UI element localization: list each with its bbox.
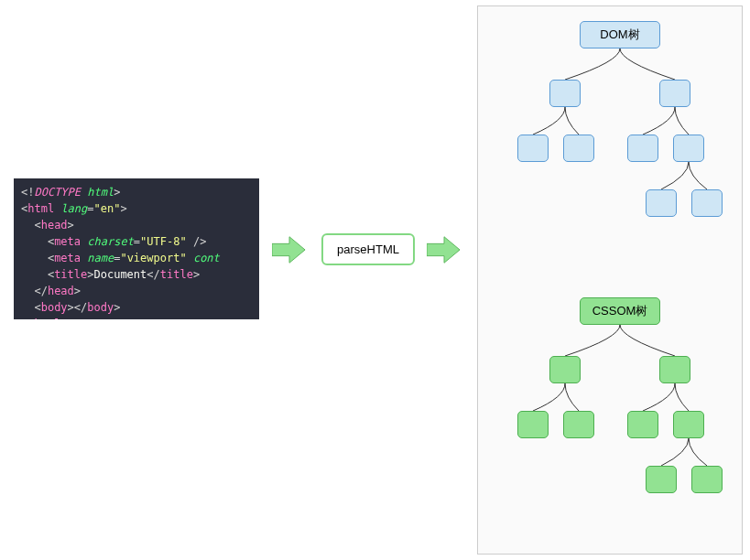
html-tag: html [27, 202, 54, 215]
title-tag-open: title [54, 268, 87, 281]
cssom-node [627, 411, 658, 438]
code-block: <!DOCTYPE html> <html lang="en"> <head> … [14, 178, 259, 319]
dom-node [691, 189, 723, 217]
dom-node [627, 135, 658, 162]
cssom-node [646, 466, 677, 493]
lang-val: "en" [94, 202, 121, 215]
html-close: html [34, 318, 60, 319]
cssom-node [673, 411, 704, 438]
body-open: body [41, 301, 68, 314]
head-tag: head [41, 219, 68, 232]
cssom-node [563, 411, 594, 438]
name-attr: name [87, 252, 114, 264]
dom-node [517, 135, 549, 162]
cssom-node [517, 411, 549, 438]
head-close: head [48, 285, 74, 297]
arrow-icon-2 [427, 234, 462, 265]
title-text: Document [94, 268, 147, 281]
meta-tag-1: meta [54, 235, 81, 248]
doctype-html: html [87, 186, 114, 199]
dom-node [646, 189, 677, 217]
dom-node [673, 135, 704, 162]
cont-attr: cont [193, 252, 220, 264]
cssom-node [659, 356, 690, 383]
trees-container: DOM树 CSSOM树 [477, 5, 743, 555]
dom-tree-label: DOM树 [580, 21, 660, 48]
parse-html-label: parseHTML [337, 242, 399, 256]
body-close: body [87, 301, 114, 314]
arrow-icon-1 [272, 234, 307, 265]
charset-attr: charset [87, 235, 134, 248]
charset-val: "UTF-8" [140, 235, 187, 248]
title-tag-close: title [160, 268, 193, 281]
cssom-node [549, 356, 581, 383]
doctype-keyword: DOCTYPE [34, 186, 81, 199]
cssom-tree-text: CSSOM树 [592, 303, 648, 319]
cssom-node [691, 466, 723, 493]
meta-tag-2: meta [54, 252, 81, 264]
dom-node [659, 80, 690, 107]
name-val: "viewport" [120, 252, 186, 264]
parse-html-box: parseHTML [321, 233, 415, 265]
dom-node [549, 80, 581, 107]
dom-tree-text: DOM树 [600, 27, 639, 43]
dom-node [563, 135, 594, 162]
cssom-tree-label: CSSOM树 [580, 297, 660, 325]
lang-attr: lang [60, 202, 87, 215]
